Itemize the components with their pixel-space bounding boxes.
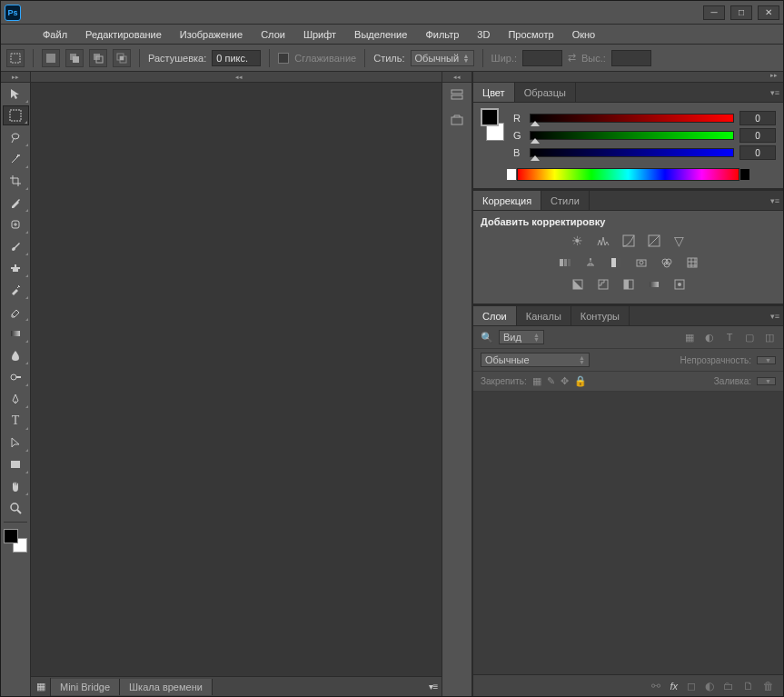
bottom-tab-expand-icon[interactable]: ▦ bbox=[31, 678, 51, 696]
filter-kind-select[interactable]: Вид▲▼ bbox=[499, 330, 544, 344]
filter-type-icon[interactable]: T bbox=[723, 331, 736, 344]
tool-preset-icon[interactable] bbox=[6, 49, 25, 67]
lock-transparency-icon[interactable]: ▦ bbox=[532, 375, 541, 387]
b-slider[interactable] bbox=[530, 148, 734, 157]
close-button[interactable]: ✕ bbox=[758, 5, 779, 20]
tab-adjustments[interactable]: Коррекция bbox=[473, 191, 541, 210]
b-input[interactable] bbox=[739, 145, 776, 160]
menu-select[interactable]: Выделение bbox=[345, 26, 416, 43]
exposure-icon[interactable] bbox=[646, 233, 662, 249]
curves-icon[interactable] bbox=[620, 233, 637, 249]
new-fill-layer-icon[interactable]: ◐ bbox=[705, 680, 714, 692]
color-lookup-icon[interactable] bbox=[684, 254, 700, 271]
tab-swatches[interactable]: Образцы bbox=[515, 83, 576, 102]
layer-style-icon[interactable]: fx bbox=[670, 680, 678, 692]
lock-image-icon[interactable]: ✎ bbox=[547, 375, 555, 387]
black-white-icon[interactable] bbox=[608, 254, 624, 271]
tab-styles[interactable]: Стили bbox=[541, 191, 590, 210]
dodge-tool[interactable] bbox=[3, 367, 29, 387]
menu-edit[interactable]: Редактирование bbox=[76, 26, 171, 43]
move-tool[interactable] bbox=[3, 84, 29, 104]
path-selection-tool[interactable] bbox=[3, 433, 29, 453]
color-panel-menu-icon[interactable]: ▾≡ bbox=[767, 83, 783, 102]
r-input[interactable] bbox=[739, 111, 776, 125]
menu-file[interactable]: Файл bbox=[34, 26, 76, 43]
lock-all-icon[interactable]: 🔒 bbox=[574, 375, 587, 387]
search-icon[interactable]: 🔍 bbox=[481, 332, 493, 344]
filter-shape-icon[interactable]: ▢ bbox=[743, 331, 756, 344]
add-selection-icon[interactable] bbox=[65, 49, 84, 67]
g-slider[interactable] bbox=[530, 131, 734, 140]
pen-tool[interactable] bbox=[3, 389, 29, 409]
menu-filter[interactable]: Фильтр bbox=[416, 26, 468, 43]
canvas-area[interactable] bbox=[31, 83, 442, 676]
filter-pixel-icon[interactable]: ▦ bbox=[683, 331, 696, 344]
lasso-tool[interactable] bbox=[3, 127, 29, 147]
history-brush-tool[interactable] bbox=[3, 280, 29, 300]
photo-filter-icon[interactable] bbox=[633, 254, 650, 271]
type-tool[interactable]: T bbox=[3, 411, 29, 431]
menu-type[interactable]: Шрифт bbox=[294, 26, 345, 43]
maximize-button[interactable]: □ bbox=[730, 5, 752, 20]
dock-collapse-button[interactable]: ▸▸ bbox=[1, 72, 30, 83]
delete-layer-icon[interactable]: 🗑 bbox=[763, 680, 774, 692]
crop-tool[interactable] bbox=[3, 171, 29, 191]
channel-mixer-icon[interactable] bbox=[659, 254, 675, 271]
layers-menu-icon[interactable]: ▾≡ bbox=[767, 306, 783, 325]
color-preview[interactable] bbox=[481, 108, 504, 141]
opacity-select[interactable]: ▼ bbox=[757, 356, 776, 364]
menu-3d[interactable]: 3D bbox=[468, 26, 499, 43]
posterize-icon[interactable] bbox=[595, 276, 611, 293]
new-layer-icon[interactable]: 🗋 bbox=[743, 680, 754, 692]
tab-color[interactable]: Цвет bbox=[473, 83, 515, 102]
gradient-map-icon[interactable] bbox=[646, 276, 662, 293]
eyedropper-tool[interactable] bbox=[3, 193, 29, 213]
brush-tool[interactable] bbox=[3, 236, 29, 256]
blend-mode-select[interactable]: Обычные▲▼ bbox=[481, 353, 590, 367]
menu-image[interactable]: Изображение bbox=[171, 26, 252, 43]
doc-tabs-collapse[interactable]: ◂◂ bbox=[31, 72, 442, 83]
intersect-selection-icon[interactable] bbox=[113, 49, 131, 67]
antialias-checkbox[interactable] bbox=[278, 53, 289, 64]
vibrance-icon[interactable]: ▽ bbox=[671, 233, 688, 249]
levels-icon[interactable] bbox=[595, 233, 611, 249]
layer-mask-icon[interactable]: ◻ bbox=[687, 680, 696, 692]
invert-icon[interactable] bbox=[570, 276, 586, 293]
minimize-button[interactable]: ─ bbox=[703, 5, 725, 20]
properties-panel-icon[interactable] bbox=[443, 109, 471, 133]
gradient-tool[interactable] bbox=[3, 324, 29, 344]
clone-stamp-tool[interactable] bbox=[3, 258, 29, 278]
spectrum-bar[interactable] bbox=[517, 168, 739, 181]
rectangle-tool[interactable] bbox=[3, 454, 29, 474]
new-group-icon[interactable]: 🗀 bbox=[723, 680, 734, 692]
tab-paths[interactable]: Контуры bbox=[571, 306, 630, 325]
menu-layer[interactable]: Слои bbox=[252, 26, 294, 43]
hand-tool[interactable] bbox=[3, 476, 29, 496]
healing-brush-tool[interactable] bbox=[3, 214, 29, 234]
color-balance-icon[interactable] bbox=[582, 254, 599, 271]
new-selection-icon[interactable] bbox=[42, 49, 60, 67]
g-input[interactable] bbox=[739, 128, 776, 143]
subtract-selection-icon[interactable] bbox=[89, 49, 107, 67]
menu-window[interactable]: Окно bbox=[563, 26, 605, 43]
menu-view[interactable]: Просмотр bbox=[499, 26, 562, 43]
right-dock-collapse[interactable]: ▸▸ bbox=[473, 72, 783, 83]
tab-channels[interactable]: Каналы bbox=[517, 306, 571, 325]
adjustments-menu-icon[interactable]: ▾≡ bbox=[767, 191, 783, 210]
filter-smart-icon[interactable]: ◫ bbox=[763, 331, 776, 344]
style-select[interactable]: Обычный▲▼ bbox=[411, 50, 474, 66]
fill-select[interactable]: ▼ bbox=[757, 377, 776, 385]
bottom-tab-menu-icon[interactable]: ▾≡ bbox=[425, 682, 442, 692]
selective-color-icon[interactable] bbox=[671, 276, 688, 293]
filter-adjustment-icon[interactable]: ◐ bbox=[703, 331, 716, 344]
zoom-tool[interactable] bbox=[3, 498, 29, 518]
mid-dock-collapse[interactable]: ◂◂ bbox=[442, 72, 471, 83]
tab-layers[interactable]: Слои bbox=[473, 306, 517, 325]
r-slider[interactable] bbox=[530, 114, 734, 123]
marquee-tool[interactable] bbox=[3, 105, 29, 125]
tab-mini-bridge[interactable]: Mini Bridge bbox=[51, 679, 120, 695]
color-swatches[interactable] bbox=[4, 529, 27, 553]
tab-timeline[interactable]: Шкала времени bbox=[120, 679, 213, 695]
fg-color-swatch[interactable] bbox=[481, 108, 499, 126]
lock-position-icon[interactable]: ✥ bbox=[561, 375, 569, 387]
